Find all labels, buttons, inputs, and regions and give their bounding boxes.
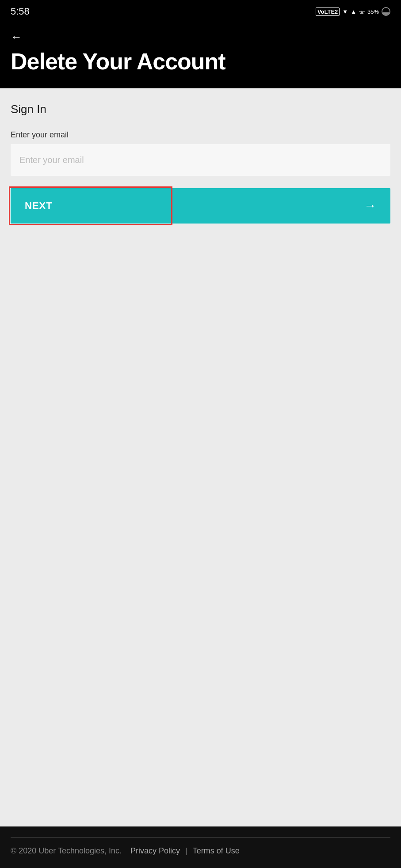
email-label: Enter your email <box>11 130 390 140</box>
footer-copyright: © 2020 Uber Technologies, Inc. <box>11 846 122 856</box>
sign-in-label: Sign In <box>11 102 390 116</box>
footer-separator: | <box>185 846 187 856</box>
signal-x-icon: ▲ <box>359 8 365 15</box>
footer-divider <box>11 837 390 838</box>
header: ← Delete Your Account <box>0 23 401 88</box>
footer-links: © 2020 Uber Technologies, Inc. Privacy P… <box>11 846 390 856</box>
sim-icon: VoLTE2 <box>316 8 340 16</box>
battery-icon <box>382 7 390 16</box>
next-button-container: NEXT → <box>11 188 390 224</box>
next-arrow-icon: → <box>364 199 376 213</box>
email-input[interactable] <box>11 144 390 176</box>
status-icons: VoLTE2 ▼ ▲ ▲ 35% <box>316 7 390 16</box>
next-label: NEXT <box>25 200 53 212</box>
spacer <box>0 473 401 826</box>
status-bar: 5:58 VoLTE2 ▼ ▲ ▲ 35% <box>0 0 401 23</box>
footer: © 2020 Uber Technologies, Inc. Privacy P… <box>0 826 401 868</box>
wifi-icon: ▼ <box>342 8 348 15</box>
back-button[interactable]: ← <box>11 30 22 44</box>
signal-icon: ▲ <box>351 8 356 15</box>
main-content: Sign In Enter your email NEXT → <box>0 88 401 473</box>
terms-of-use-link[interactable]: Terms of Use <box>193 846 240 856</box>
page-title: Delete Your Account <box>11 49 390 74</box>
status-time: 5:58 <box>11 6 30 17</box>
next-button[interactable]: NEXT → <box>11 188 390 224</box>
privacy-policy-link[interactable]: Privacy Policy <box>130 846 180 856</box>
battery-level: 35% <box>367 8 379 15</box>
